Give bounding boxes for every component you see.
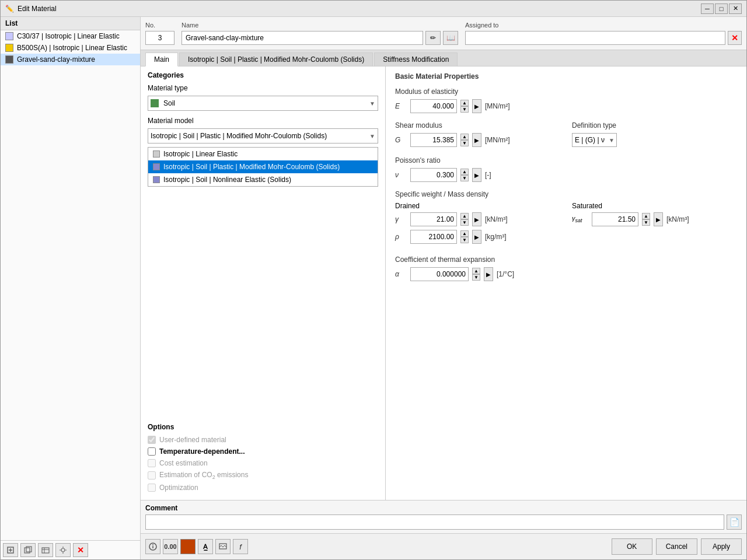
comment-input[interactable] bbox=[145, 514, 724, 530]
open-book-button[interactable]: 📖 bbox=[443, 31, 458, 45]
no-field-group: No. bbox=[145, 22, 174, 45]
gamma-input[interactable] bbox=[410, 212, 457, 226]
delete-material-button[interactable]: ✕ bbox=[73, 543, 88, 557]
gamma-sat-down-button[interactable]: ▼ bbox=[642, 219, 650, 226]
rho-up-button[interactable]: ▲ bbox=[460, 230, 469, 237]
maximize-button[interactable]: □ bbox=[715, 4, 728, 14]
list-item-label: Gravel-sand-clay-mixture bbox=[17, 55, 95, 64]
rho-input[interactable] bbox=[410, 230, 457, 244]
thermal-down-button[interactable]: ▼ bbox=[472, 274, 480, 281]
thermal-input[interactable] bbox=[410, 267, 469, 281]
dropdown-item-linear[interactable]: Isotropic | Linear Elastic bbox=[148, 148, 378, 160]
tab-stiffness[interactable]: Stiffness Modification bbox=[374, 52, 458, 66]
shear-down-button[interactable]: ▼ bbox=[460, 140, 469, 146]
settings-button[interactable] bbox=[55, 543, 71, 557]
tab-main[interactable]: Main bbox=[145, 52, 178, 66]
duplicate-material-button[interactable] bbox=[20, 543, 36, 557]
categories-title: Categories bbox=[148, 71, 378, 79]
comment-label: Comment bbox=[145, 504, 742, 512]
saturated-label: Saturated bbox=[572, 202, 737, 210]
gamma-sat-input[interactable] bbox=[592, 212, 638, 226]
poisson-arrow-button[interactable]: ▶ bbox=[472, 168, 481, 182]
gamma-sat-arrow-button[interactable]: ▶ bbox=[654, 212, 663, 226]
list-item-label: C30/37 | Isotropic | Linear Elastic bbox=[17, 32, 120, 40]
gamma-sat-up-button[interactable]: ▲ bbox=[642, 213, 650, 219]
gamma-arrow-button[interactable]: ▶ bbox=[472, 212, 481, 226]
dropdown-item-nonlinear[interactable]: Isotropic | Soil | Nonlinear Elastic (So… bbox=[148, 173, 378, 186]
poisson-down-button[interactable]: ▼ bbox=[460, 175, 469, 181]
image-button[interactable] bbox=[215, 539, 231, 554]
list-item-selected[interactable]: Gravel-sand-clay-mixture bbox=[1, 54, 140, 65]
options-section: Options User-defined material Temperatur… bbox=[141, 418, 385, 500]
rho-spinners: ▲ ▼ bbox=[460, 230, 469, 243]
optimization-label: Optimization bbox=[159, 484, 198, 492]
minimize-button[interactable]: ─ bbox=[701, 4, 714, 14]
rho-down-button[interactable]: ▼ bbox=[460, 237, 469, 243]
assigned-input[interactable] bbox=[465, 31, 725, 45]
library-button[interactable] bbox=[38, 543, 53, 557]
definition-type-select[interactable]: E | (G) | ν G | E | ν E | G | (ν) bbox=[572, 133, 617, 147]
optimization-row: Optimization bbox=[148, 484, 378, 492]
model-dropdown-list: Isotropic | Linear Elastic Isotropic | S… bbox=[148, 147, 378, 187]
elasticity-group: Modulus of elasticity E ▲ ▼ ▶ [MN/m²] bbox=[395, 88, 737, 113]
info-button[interactable] bbox=[145, 539, 160, 554]
elasticity-unit: [MN/m²] bbox=[485, 102, 510, 110]
comment-action-button[interactable]: 📄 bbox=[727, 514, 742, 530]
thermal-arrow-button[interactable]: ▶ bbox=[484, 267, 493, 281]
elasticity-up-button[interactable]: ▲ bbox=[460, 100, 469, 106]
no-input[interactable] bbox=[145, 31, 174, 45]
cost-est-checkbox[interactable] bbox=[148, 459, 156, 467]
drained-col: Drained γ ▲ ▼ ▶ [kN/m³] bbox=[395, 202, 560, 247]
shear-up-button[interactable]: ▲ bbox=[460, 134, 469, 140]
rho-arrow-button[interactable]: ▶ bbox=[472, 230, 481, 244]
name-input[interactable] bbox=[181, 31, 423, 45]
gamma-down-button[interactable]: ▼ bbox=[460, 219, 469, 226]
poisson-unit: [-] bbox=[485, 171, 491, 179]
formula-button[interactable]: f bbox=[233, 539, 248, 554]
optimization-checkbox[interactable] bbox=[148, 484, 156, 492]
material-model-select[interactable]: Isotropic | Soil | Plastic | Modified Mo… bbox=[148, 128, 378, 144]
gamma-sat-row: γsat ▲ ▼ ▶ [kN/m³] bbox=[572, 212, 737, 226]
saturated-col: Saturated γsat ▲ ▼ ▶ [kN/m³] bbox=[572, 202, 737, 247]
user-defined-checkbox[interactable] bbox=[148, 436, 156, 444]
cancel-button[interactable]: Cancel bbox=[656, 538, 697, 555]
close-button[interactable]: ✕ bbox=[729, 4, 742, 14]
material-type-label: Material type bbox=[148, 84, 378, 92]
content-area: List C30/37 | Isotropic | Linear Elastic… bbox=[1, 17, 746, 559]
dropdown-item-modified[interactable]: Isotropic | Soil | Plastic | Modified Mo… bbox=[148, 160, 378, 173]
ok-button[interactable]: OK bbox=[612, 538, 652, 555]
gamma-sat-symbol: γsat bbox=[572, 215, 588, 223]
text-button[interactable]: A̲ bbox=[198, 539, 213, 554]
color-button[interactable] bbox=[180, 539, 196, 554]
dropdown-item-color bbox=[153, 176, 160, 183]
right-section: Basic Material Properties Modulus of ela… bbox=[386, 66, 746, 500]
elasticity-down-button[interactable]: ▼ bbox=[460, 106, 469, 113]
list-item[interactable]: B500S(A) | Isotropic | Linear Elastic bbox=[1, 42, 140, 54]
elasticity-arrow-button[interactable]: ▶ bbox=[472, 99, 481, 113]
material-type-select[interactable]: Soil ▼ bbox=[148, 96, 378, 111]
dropdown-item-label: Isotropic | Linear Elastic bbox=[163, 150, 238, 158]
edit-name-button[interactable]: ✏ bbox=[425, 31, 441, 45]
material-model-label: Material model bbox=[148, 117, 378, 125]
tab-isotropic[interactable]: Isotropic | Soil | Plastic | Modified Mo… bbox=[179, 52, 373, 66]
clear-assigned-button[interactable]: ✕ bbox=[728, 31, 742, 45]
new-material-button[interactable] bbox=[3, 543, 18, 557]
elasticity-input[interactable] bbox=[410, 99, 457, 113]
thermal-up-button[interactable]: ▲ bbox=[472, 268, 480, 274]
shear-arrow-button[interactable]: ▶ bbox=[472, 133, 481, 147]
gamma-up-button[interactable]: ▲ bbox=[460, 213, 469, 219]
poisson-input[interactable] bbox=[410, 168, 457, 182]
edit-panel: No. Name ✏ 📖 Assigned to ✕ bbox=[141, 17, 746, 559]
apply-button[interactable]: Apply bbox=[701, 538, 742, 555]
shear-input[interactable] bbox=[410, 133, 457, 147]
thermal-spinners: ▲ ▼ bbox=[472, 268, 480, 281]
number-button[interactable]: 0.00 bbox=[163, 539, 178, 554]
model-dropdown-arrow-icon: ▼ bbox=[369, 133, 375, 139]
poisson-up-button[interactable]: ▲ bbox=[460, 169, 469, 175]
list-item[interactable]: C30/37 | Isotropic | Linear Elastic bbox=[1, 30, 140, 42]
window-icon: ✏️ bbox=[5, 5, 14, 13]
temp-dep-checkbox[interactable] bbox=[148, 447, 156, 456]
edit-material-window: ✏️ Edit Material ─ □ ✕ List C30/37 | Iso… bbox=[0, 0, 747, 560]
co2-est-checkbox[interactable] bbox=[148, 471, 156, 480]
dropdown-item-label: Isotropic | Soil | Plastic | Modified Mo… bbox=[163, 163, 340, 171]
